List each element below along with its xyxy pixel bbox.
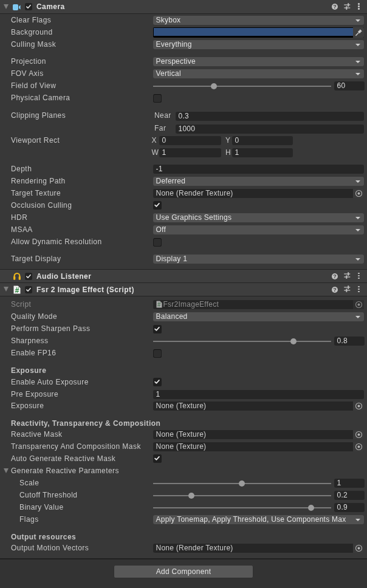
svg-text:#: #	[15, 285, 19, 293]
svg-text:#: #	[157, 301, 161, 308]
